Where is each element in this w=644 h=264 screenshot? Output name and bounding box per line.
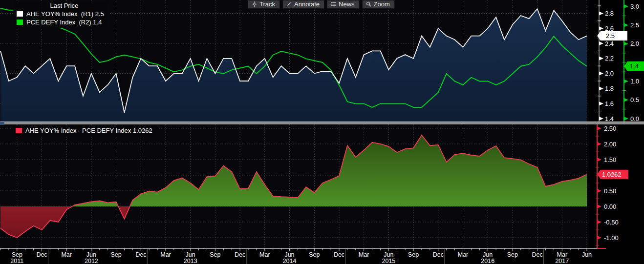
panel-divider[interactable] [0,122,644,124]
x-axis-year-label: 2013 [184,258,197,264]
y-axis-label: 2.0 [630,40,639,47]
track-button-label: Track [259,0,275,8]
x-axis-year-label: 2017 [555,258,569,264]
svg-text:1.4: 1.4 [630,62,639,70]
pencil-icon [286,1,292,7]
x-axis-month-label: Mar [61,251,72,258]
x-axis-month-label: Mar [359,251,369,258]
y-axis-label: -0.50 [604,219,619,226]
x-axis-month-label: Sep [110,251,121,258]
annotate-button[interactable]: Annotate [282,0,324,9]
last-value-badge: 1.0262 [597,170,628,179]
x-axis-month-label: Sep [12,251,22,258]
x-axis-month-label: Mar [458,251,469,258]
svg-text:1.0262: 1.0262 [602,171,622,178]
track-button[interactable]: Track [248,0,280,9]
pce-legend-label: PCE DEFY Index (R2) 1.4 [26,18,102,26]
y-axis-label: 1.4 [605,115,614,122]
x-axis-year-label: 2012 [85,258,98,264]
pce-swatch [17,20,23,25]
ahe-swatch [17,11,23,17]
x-axis-month-label: Dec [532,251,542,258]
last-value-badge: 2.5 [597,31,627,41]
x-axis-month-label: Sep [309,251,320,258]
zoom-button-label: Zoom [374,0,390,8]
y-axis-label: 3.0 [630,3,639,10]
news-button[interactable]: News [327,0,360,9]
news-icon [331,1,336,7]
y-axis-label: 2.4 [605,40,614,47]
x-axis-month-label: Mar [557,251,568,258]
zoom-button[interactable]: Zoom [362,0,395,9]
chart-toolbar: Track Annotate News Zoom [248,0,395,9]
x-axis-month-label: Sep [408,251,419,258]
x-axis-month-label: Dec [334,251,344,258]
x-axis-month-label: Jun [582,251,592,258]
x-axis[interactable]: Sep2011DecMarJun2012SepDecMarJun2013SepD… [0,248,644,264]
x-axis-year-label: 2016 [481,258,494,264]
top-legend: Last Price AHE YOY% Index (R1) 2.5 PCE D… [13,1,108,28]
chart-window: 3.02.52.01.00.50.02.82.62.42.22.01.81.61… [0,0,644,264]
x-axis-month-label: Mar [259,251,270,258]
y-axis-label: 1.8 [605,85,614,92]
y-axis[interactable]: 2.502.001.500.500.00-0.50-1.00 [596,124,619,248]
x-axis-month-label: Sep [210,251,220,258]
spread-legend-label: AHE YOY% Index - PCE DEFY Index 1.0262 [25,126,152,135]
x-axis-month-label: Jun [284,251,294,258]
y-axis-label: 2.00 [604,141,616,148]
x-axis-month-label: Jun [483,251,493,258]
ahe-legend-label: AHE YOY% Index (R1) 2.5 [26,10,104,18]
y-axis-label: 2.50 [604,125,616,132]
x-axis-month-label: Dec [36,251,47,258]
y-axis-label: 0.0 [630,115,639,122]
legend-item-pce[interactable]: PCE DEFY Index (R2) 1.4 [17,18,104,26]
y-axis-label: 0.00 [604,203,616,210]
x-axis-year-label: 2014 [283,258,297,264]
y-axis-label: 1.0 [630,78,639,85]
crosshair-icon [252,1,257,7]
svg-text:2.5: 2.5 [606,32,615,40]
magnifier-icon [366,1,371,7]
x-axis-month-label: Jun [186,251,195,258]
y-axis-label: 2.6 [605,25,614,32]
y-axis-label: 1.6 [605,100,614,107]
annotate-button-label: Annotate [294,0,320,8]
x-axis-month-label: Sep [507,251,518,258]
x-axis-year-label: 2015 [382,258,395,264]
x-axis-month-label: Dec [433,251,444,258]
spread-swatch [16,128,22,133]
x-axis-year-label: 2011 [10,258,23,264]
x-axis-month-label: Mar [160,251,171,258]
legend-item-ahe[interactable]: AHE YOY% Index (R1) 2.5 [17,10,104,18]
y-axis[interactable]: 2.82.62.42.22.01.81.61.4 [598,0,614,122]
y-axis-label: 2.5 [630,21,639,29]
y-axis-label: 2.8 [605,10,614,17]
y-axis-label: 1.50 [604,156,616,163]
y-axis-label: -1.00 [604,234,619,242]
x-axis-month-label: Dec [135,251,146,258]
legend-title: Last Price [17,2,104,10]
y-axis-label: 0.50 [604,187,616,195]
divider-handle[interactable] [0,122,4,125]
legend-item-spread[interactable]: AHE YOY% Index - PCE DEFY Index 1.0262 [16,126,152,135]
y-axis-label: 0.5 [630,96,639,103]
x-axis-month-label: Dec [235,251,245,258]
news-button-label: News [339,0,355,8]
last-value-badge: 1.4 [624,61,644,71]
y-axis[interactable]: 3.02.52.01.00.50.0 [623,0,639,122]
y-axis-label: 2.2 [605,55,614,62]
spread-legend: AHE YOY% Index - PCE DEFY Index 1.0262 [12,125,157,136]
x-axis-month-label: Jun [86,251,96,258]
x-axis-month-label: Jun [384,251,393,258]
spread-chart-panel[interactable]: 2.502.001.500.500.00-0.50-1.001.0262 [0,124,644,248]
y-axis-label: 2.0 [605,70,614,77]
